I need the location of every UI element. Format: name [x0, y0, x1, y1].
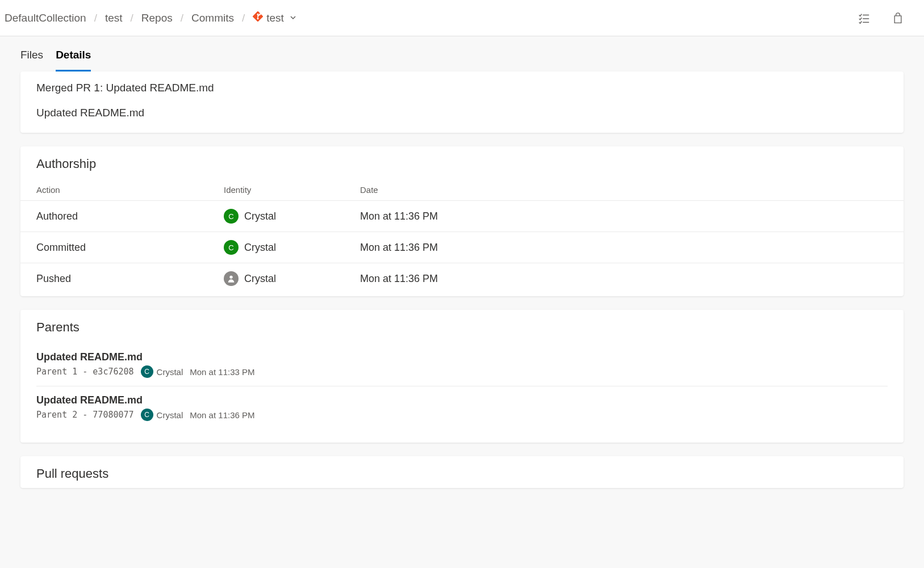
commit-title: Merged PR 1: Updated README.md: [36, 82, 888, 94]
authorship-identity: Crystal: [224, 271, 360, 286]
commit-message-card: Merged PR 1: Updated README.md Updated R…: [20, 71, 904, 133]
parent-date: Mon at 11:36 PM: [190, 410, 254, 420]
parent-commit-meta: Parent 1 - e3c76208 C Crystal Mon at 11:…: [36, 365, 888, 378]
breadcrumb-sep: /: [131, 12, 133, 24]
pull-requests-card: Pull requests: [20, 456, 904, 488]
avatar: C: [141, 365, 153, 378]
parents-title: Parents: [36, 320, 888, 335]
tab-files[interactable]: Files: [20, 39, 43, 71]
col-header-action: Action: [36, 185, 224, 195]
authorship-date: Mon at 11:36 PM: [360, 211, 888, 222]
avatar: C: [224, 209, 239, 224]
breadcrumb-repos[interactable]: Repos: [141, 12, 173, 24]
authorship-identity: C Crystal: [224, 240, 360, 255]
tab-strip: Files Details: [0, 36, 924, 71]
breadcrumb-collection[interactable]: DefaultCollection: [5, 12, 86, 24]
svg-point-1: [257, 14, 259, 15]
breadcrumb-project[interactable]: test: [105, 12, 123, 24]
parent-commit-title[interactable]: Updated README.md: [36, 351, 888, 363]
identity-name: Crystal: [244, 211, 276, 222]
parent-commit-meta: Parent 2 - 77080077 C Crystal Mon at 11:…: [36, 409, 888, 421]
authorship-header-row: Action Identity Date: [20, 185, 904, 200]
parent-label: Parent 2 - 77080077: [36, 410, 134, 420]
parent-user-name: Crystal: [157, 367, 183, 377]
task-list-icon[interactable]: [855, 9, 873, 27]
authorship-date: Mon at 11:36 PM: [360, 273, 888, 285]
parent-date: Mon at 11:33 PM: [190, 367, 254, 377]
parent-commit: Updated README.md Parent 2 - 77080077 C …: [36, 386, 888, 429]
svg-point-7: [229, 276, 232, 279]
authorship-row: Pushed Crystal Mon at 11:36 PM: [20, 263, 904, 294]
tab-details[interactable]: Details: [56, 39, 91, 71]
pull-requests-title: Pull requests: [36, 466, 888, 481]
breadcrumb-commits[interactable]: Commits: [191, 12, 234, 24]
col-header-date: Date: [360, 185, 888, 195]
authorship-row: Committed C Crystal Mon at 11:36 PM: [20, 232, 904, 263]
identity-name: Crystal: [244, 242, 276, 254]
parents-card: Parents Updated README.md Parent 1 - e3c…: [20, 310, 904, 443]
avatar: C: [224, 240, 239, 255]
shopping-bag-icon[interactable]: [889, 9, 907, 27]
svg-point-2: [257, 18, 259, 19]
authorship-card: Authorship Action Identity Date Authored…: [20, 146, 904, 296]
svg-point-3: [260, 14, 261, 15]
breadcrumb: DefaultCollection / test / Repos / Commi…: [5, 11, 296, 24]
repo-selector[interactable]: test: [253, 11, 296, 24]
breadcrumb-sep: /: [94, 12, 97, 24]
chevron-down-icon: [290, 14, 296, 23]
page-header: DefaultCollection / test / Repos / Commi…: [0, 0, 924, 36]
git-icon: [253, 11, 263, 24]
repo-selector-label: test: [266, 12, 284, 24]
parent-user: C Crystal: [141, 365, 183, 378]
avatar: C: [141, 409, 153, 421]
content-area: Merged PR 1: Updated README.md Updated R…: [0, 71, 924, 522]
breadcrumb-sep: /: [242, 12, 245, 24]
authorship-table: Action Identity Date Authored C Crystal …: [20, 185, 904, 294]
header-actions: [855, 9, 919, 27]
authorship-date: Mon at 11:36 PM: [360, 242, 888, 254]
parent-commit: Updated README.md Parent 1 - e3c76208 C …: [36, 348, 888, 386]
authorship-action: Committed: [36, 242, 224, 254]
authorship-action: Authored: [36, 211, 224, 222]
authorship-row: Authored C Crystal Mon at 11:36 PM: [20, 200, 904, 232]
parent-commit-title[interactable]: Updated README.md: [36, 394, 888, 406]
authorship-title: Authorship: [36, 157, 888, 171]
col-header-identity: Identity: [224, 185, 360, 195]
parent-user: C Crystal: [141, 409, 183, 421]
parent-user-name: Crystal: [157, 410, 183, 420]
parent-label: Parent 1 - e3c76208: [36, 367, 134, 377]
authorship-identity: C Crystal: [224, 209, 360, 224]
breadcrumb-sep: /: [181, 12, 183, 24]
authorship-action: Pushed: [36, 273, 224, 285]
identity-name: Crystal: [244, 273, 276, 285]
commit-body: Updated README.md: [36, 107, 888, 119]
person-icon: [224, 271, 239, 286]
